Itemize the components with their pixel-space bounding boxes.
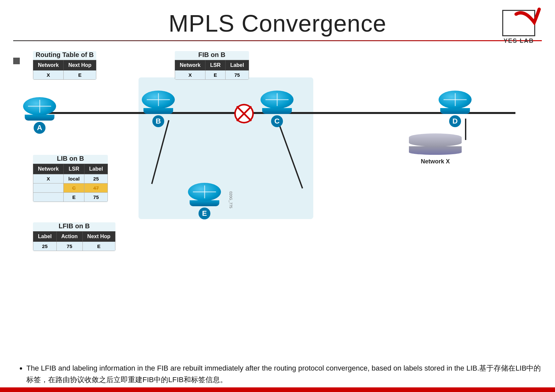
rt-row0-network: X <box>33 70 64 80</box>
lfib-table-container: LFIB on B Label Action Next Hop 25 75 E <box>33 222 115 251</box>
divider-line <box>13 40 542 41</box>
fib-row0-label: 75 <box>226 70 249 80</box>
lfib-header-label: Label <box>33 232 57 242</box>
router-e-label: E <box>199 208 210 219</box>
fib-header-label: Label <box>226 60 249 70</box>
router-d-body <box>439 91 472 109</box>
routing-table-title: Routing Table of B <box>33 51 96 59</box>
fib-table-title: FIB on B <box>175 51 249 59</box>
lib-row2-lsr: E <box>64 193 84 202</box>
lib-row0-lsr: local <box>64 174 84 183</box>
network-x-label: Network X <box>421 158 450 165</box>
rt-header-nexthop: Next Hop <box>64 60 96 70</box>
main-content: MPLS Domain A B C D E <box>13 48 542 272</box>
lib-header-network: Network <box>33 164 64 174</box>
bottom-text-container: The LFIB and labeling information in the… <box>13 362 542 385</box>
router-b: B <box>142 91 175 127</box>
fib-row0-network: X <box>175 70 205 80</box>
router-a-body <box>23 97 56 115</box>
lfib-row0-action: 75 <box>56 242 82 251</box>
lib-table: Network LSR Label X local 25 C 47 <box>33 164 108 202</box>
no-entry-sign <box>234 104 254 124</box>
table-row: X local 25 <box>33 174 108 183</box>
lib-table-container: LIB on B Network LSR Label X local 25 C <box>33 155 108 202</box>
router-a-base <box>25 115 54 121</box>
router-d-cross <box>439 91 472 109</box>
rt-row0-nexthop: E <box>64 70 96 80</box>
lib-header-lsr: LSR <box>64 164 84 174</box>
page-title: MPLS Convergence <box>0 0 555 37</box>
network-x: Network X <box>409 133 462 165</box>
lib-row0-label: 25 <box>84 174 108 183</box>
routing-table: Network Next Hop X E <box>33 60 96 80</box>
lib-row2-label: 75 <box>84 193 108 202</box>
yes-lab-box <box>502 10 535 36</box>
checkmark-icon <box>514 8 541 31</box>
lfib-header-action: Action <box>56 232 82 242</box>
router-c-body <box>261 91 293 109</box>
image-id: 020G_775 <box>229 191 233 208</box>
lfib-table-title: LFIB on B <box>33 222 115 230</box>
router-b-label: B <box>152 115 164 127</box>
fib-header-lsr: LSR <box>205 60 226 70</box>
lfib-row0-label: 25 <box>33 242 57 251</box>
router-e-cross <box>188 183 221 201</box>
router-c-base <box>262 108 292 114</box>
lib-row0-network: X <box>33 174 64 183</box>
router-d: D <box>439 91 472 127</box>
router-e-base <box>190 200 219 206</box>
router-a: A <box>23 97 56 134</box>
lib-row1-lsr: C <box>64 183 84 193</box>
router-b-body <box>142 91 175 109</box>
yes-lab-logo: YES LAB <box>502 10 535 44</box>
table-row: E 75 <box>33 193 108 202</box>
fib-table-container: FIB on B Network LSR Label X E 75 <box>175 51 249 80</box>
table-row: X E 75 <box>175 70 249 80</box>
lib-row1-label: 47 <box>84 183 108 193</box>
lib-table-title: LIB on B <box>33 155 108 162</box>
fib-table: Network LSR Label X E 75 <box>175 60 249 80</box>
lib-row1-network <box>33 183 64 193</box>
router-e-body <box>188 183 221 201</box>
router-d-label: D <box>449 115 461 127</box>
yes-lab-text: YES LAB <box>504 38 534 44</box>
lib-header-label: Label <box>84 164 108 174</box>
router-e: E <box>188 183 221 219</box>
table-row: 25 75 E <box>33 242 115 251</box>
routing-table-container: Routing Table of B Network Next Hop X E <box>33 51 96 80</box>
rt-header-network: Network <box>33 60 64 70</box>
table-row: X E <box>33 70 96 80</box>
router-a-cross <box>23 97 56 115</box>
router-c-label: C <box>271 115 283 127</box>
lib-row2-network <box>33 193 64 202</box>
network-x-cylinder <box>409 133 462 147</box>
router-c-cross <box>261 91 293 109</box>
router-b-base <box>143 108 173 114</box>
lfib-row0-nexthop: E <box>82 242 115 251</box>
lfib-table: Label Action Next Hop 25 75 E <box>33 231 115 251</box>
fib-row0-lsr: E <box>205 70 226 80</box>
router-a-label: A <box>34 122 46 134</box>
router-c: C <box>261 91 293 127</box>
fib-header-network: Network <box>175 60 205 70</box>
bullet-text: The LFIB and labeling information in the… <box>26 364 541 384</box>
router-d-base <box>440 108 470 114</box>
lfib-header-nexthop: Next Hop <box>82 232 115 242</box>
router-b-cross <box>142 91 175 109</box>
table-row: C 47 <box>33 183 108 193</box>
bottom-bar <box>0 387 555 392</box>
